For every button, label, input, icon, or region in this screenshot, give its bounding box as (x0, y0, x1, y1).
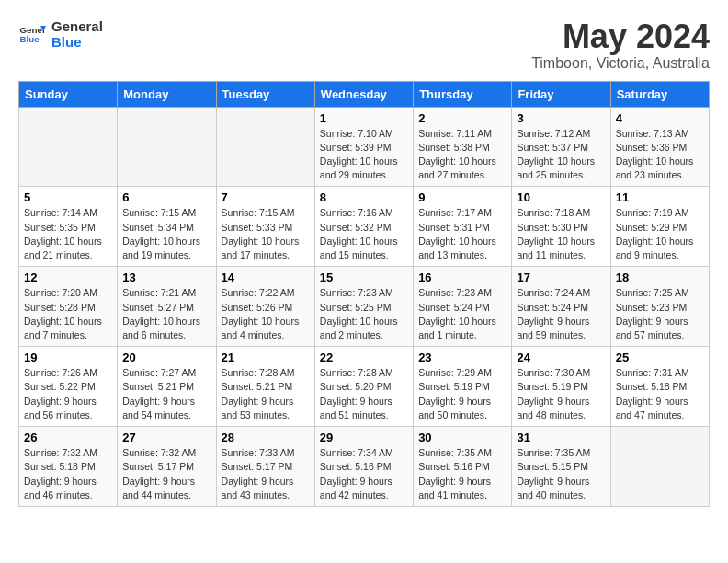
day-info: Sunrise: 7:21 AM Sunset: 5:27 PM Dayligh… (122, 286, 210, 342)
day-info: Sunrise: 7:19 AM Sunset: 5:29 PM Dayligh… (616, 206, 704, 262)
day-number: 6 (122, 190, 210, 204)
logo-blue: Blue (51, 34, 103, 50)
header-day-friday: Friday (512, 81, 610, 107)
calendar-cell: 2Sunrise: 7:11 AM Sunset: 5:38 PM Daylig… (414, 107, 512, 187)
day-number: 7 (222, 190, 310, 204)
calendar-cell: 26Sunrise: 7:32 AM Sunset: 5:18 PM Dayli… (19, 427, 118, 507)
location-subtitle: Timboon, Victoria, Australia (531, 55, 710, 72)
calendar-body: 1Sunrise: 7:10 AM Sunset: 5:39 PM Daylig… (19, 107, 710, 506)
calendar-cell (19, 107, 118, 187)
day-number: 22 (320, 350, 408, 364)
day-info: Sunrise: 7:25 AM Sunset: 5:23 PM Dayligh… (616, 286, 704, 342)
day-number: 14 (222, 270, 310, 284)
day-info: Sunrise: 7:27 AM Sunset: 5:21 PM Dayligh… (122, 366, 210, 422)
day-number: 10 (517, 190, 605, 204)
header-day-sunday: Sunday (19, 81, 118, 107)
day-info: Sunrise: 7:15 AM Sunset: 5:34 PM Dayligh… (122, 206, 210, 262)
day-info: Sunrise: 7:30 AM Sunset: 5:19 PM Dayligh… (517, 366, 605, 422)
day-info: Sunrise: 7:26 AM Sunset: 5:22 PM Dayligh… (24, 366, 112, 422)
day-number: 25 (616, 350, 704, 364)
calendar-cell (216, 107, 314, 187)
day-info: Sunrise: 7:20 AM Sunset: 5:28 PM Dayligh… (24, 286, 112, 342)
day-number: 28 (222, 431, 310, 444)
calendar-cell: 4Sunrise: 7:13 AM Sunset: 5:36 PM Daylig… (610, 107, 709, 187)
calendar-cell: 5Sunrise: 7:14 AM Sunset: 5:35 PM Daylig… (19, 187, 118, 267)
calendar-cell: 23Sunrise: 7:29 AM Sunset: 5:19 PM Dayli… (414, 347, 512, 427)
svg-text:Blue: Blue (20, 34, 40, 44)
day-info: Sunrise: 7:31 AM Sunset: 5:18 PM Dayligh… (616, 366, 704, 422)
calendar-cell: 15Sunrise: 7:23 AM Sunset: 5:25 PM Dayli… (314, 267, 413, 347)
calendar-cell: 21Sunrise: 7:28 AM Sunset: 5:21 PM Dayli… (216, 347, 314, 427)
day-info: Sunrise: 7:17 AM Sunset: 5:31 PM Dayligh… (418, 206, 506, 262)
day-number: 24 (517, 350, 605, 364)
page-header: General Blue General Blue May 2024 Timbo… (18, 18, 710, 72)
calendar-cell: 9Sunrise: 7:17 AM Sunset: 5:31 PM Daylig… (414, 187, 512, 267)
logo-icon: General Blue (18, 20, 46, 48)
day-info: Sunrise: 7:34 AM Sunset: 5:16 PM Dayligh… (320, 446, 408, 502)
title-block: May 2024 Timboon, Victoria, Australia (531, 18, 710, 72)
day-number: 5 (24, 190, 112, 204)
day-info: Sunrise: 7:32 AM Sunset: 5:18 PM Dayligh… (24, 446, 112, 502)
calendar-cell: 3Sunrise: 7:12 AM Sunset: 5:37 PM Daylig… (512, 107, 610, 187)
day-number: 20 (122, 350, 210, 364)
day-number: 31 (517, 431, 605, 444)
calendar-cell: 22Sunrise: 7:28 AM Sunset: 5:20 PM Dayli… (314, 347, 413, 427)
calendar-cell: 13Sunrise: 7:21 AM Sunset: 5:27 PM Dayli… (118, 267, 216, 347)
day-number: 21 (222, 350, 310, 364)
calendar-week-row: 26Sunrise: 7:32 AM Sunset: 5:18 PM Dayli… (19, 427, 710, 507)
day-number: 11 (616, 190, 704, 204)
day-number: 23 (418, 350, 506, 364)
calendar-cell (118, 107, 216, 187)
day-number: 16 (418, 270, 506, 284)
day-info: Sunrise: 7:18 AM Sunset: 5:30 PM Dayligh… (517, 206, 605, 262)
day-number: 19 (24, 350, 112, 364)
day-number: 2 (418, 111, 506, 125)
calendar-cell: 1Sunrise: 7:10 AM Sunset: 5:39 PM Daylig… (314, 107, 413, 187)
day-info: Sunrise: 7:28 AM Sunset: 5:21 PM Dayligh… (222, 366, 310, 422)
calendar-cell: 18Sunrise: 7:25 AM Sunset: 5:23 PM Dayli… (610, 267, 709, 347)
day-number: 18 (616, 270, 704, 284)
day-info: Sunrise: 7:24 AM Sunset: 5:24 PM Dayligh… (517, 286, 605, 342)
calendar-cell: 12Sunrise: 7:20 AM Sunset: 5:28 PM Dayli… (19, 267, 118, 347)
calendar-cell: 20Sunrise: 7:27 AM Sunset: 5:21 PM Dayli… (118, 347, 216, 427)
day-number: 3 (517, 111, 605, 125)
day-number: 29 (320, 431, 408, 444)
day-number: 30 (418, 431, 506, 444)
calendar-table: SundayMondayTuesdayWednesdayThursdayFrid… (18, 81, 710, 507)
day-info: Sunrise: 7:13 AM Sunset: 5:36 PM Dayligh… (616, 127, 704, 183)
day-number: 13 (122, 270, 210, 284)
day-info: Sunrise: 7:11 AM Sunset: 5:38 PM Dayligh… (418, 127, 506, 183)
calendar-cell: 16Sunrise: 7:23 AM Sunset: 5:24 PM Dayli… (414, 267, 512, 347)
day-info: Sunrise: 7:33 AM Sunset: 5:17 PM Dayligh… (222, 446, 310, 502)
calendar-week-row: 1Sunrise: 7:10 AM Sunset: 5:39 PM Daylig… (19, 107, 710, 187)
month-year-title: May 2024 (531, 18, 710, 55)
day-number: 27 (122, 431, 210, 444)
calendar-cell: 7Sunrise: 7:15 AM Sunset: 5:33 PM Daylig… (216, 187, 314, 267)
calendar-cell: 6Sunrise: 7:15 AM Sunset: 5:34 PM Daylig… (118, 187, 216, 267)
calendar-cell: 24Sunrise: 7:30 AM Sunset: 5:19 PM Dayli… (512, 347, 610, 427)
calendar-cell: 28Sunrise: 7:33 AM Sunset: 5:17 PM Dayli… (216, 427, 314, 507)
calendar-header-row: SundayMondayTuesdayWednesdayThursdayFrid… (19, 81, 710, 107)
logo-general: General (51, 18, 103, 34)
day-number: 9 (418, 190, 506, 204)
calendar-week-row: 19Sunrise: 7:26 AM Sunset: 5:22 PM Dayli… (19, 347, 710, 427)
day-info: Sunrise: 7:32 AM Sunset: 5:17 PM Dayligh… (122, 446, 210, 502)
calendar-cell: 19Sunrise: 7:26 AM Sunset: 5:22 PM Dayli… (19, 347, 118, 427)
day-info: Sunrise: 7:35 AM Sunset: 5:16 PM Dayligh… (418, 446, 506, 502)
day-info: Sunrise: 7:12 AM Sunset: 5:37 PM Dayligh… (517, 127, 605, 183)
calendar-cell: 25Sunrise: 7:31 AM Sunset: 5:18 PM Dayli… (610, 347, 709, 427)
header-day-thursday: Thursday (414, 81, 512, 107)
calendar-week-row: 12Sunrise: 7:20 AM Sunset: 5:28 PM Dayli… (19, 267, 710, 347)
calendar-cell: 27Sunrise: 7:32 AM Sunset: 5:17 PM Dayli… (118, 427, 216, 507)
calendar-cell: 29Sunrise: 7:34 AM Sunset: 5:16 PM Dayli… (314, 427, 413, 507)
day-number: 17 (517, 270, 605, 284)
calendar-cell: 8Sunrise: 7:16 AM Sunset: 5:32 PM Daylig… (314, 187, 413, 267)
day-info: Sunrise: 7:35 AM Sunset: 5:15 PM Dayligh… (517, 446, 605, 502)
day-info: Sunrise: 7:29 AM Sunset: 5:19 PM Dayligh… (418, 366, 506, 422)
calendar-cell: 17Sunrise: 7:24 AM Sunset: 5:24 PM Dayli… (512, 267, 610, 347)
day-number: 15 (320, 270, 408, 284)
calendar-week-row: 5Sunrise: 7:14 AM Sunset: 5:35 PM Daylig… (19, 187, 710, 267)
day-info: Sunrise: 7:10 AM Sunset: 5:39 PM Dayligh… (320, 127, 408, 183)
calendar-cell: 31Sunrise: 7:35 AM Sunset: 5:15 PM Dayli… (512, 427, 610, 507)
day-info: Sunrise: 7:23 AM Sunset: 5:25 PM Dayligh… (320, 286, 408, 342)
